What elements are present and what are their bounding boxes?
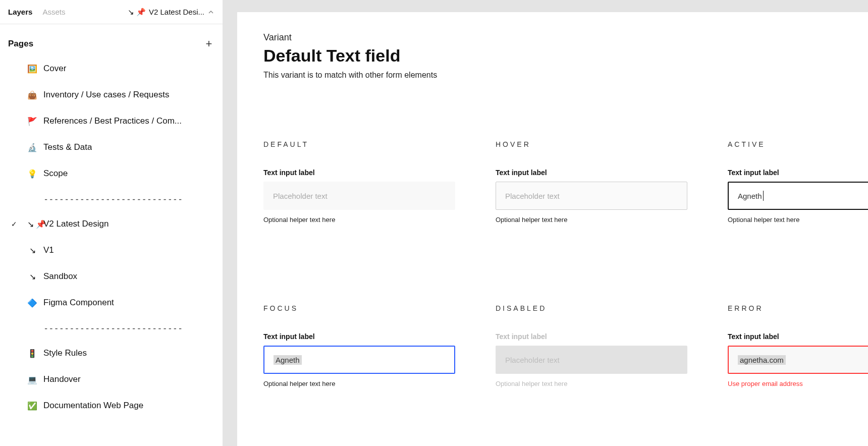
page-item[interactable]: ↘ V1 [4, 237, 219, 263]
text-field-hover[interactable]: Placeholder text [496, 182, 687, 210]
arrow-down-right-icon: ↘ 📌 [128, 8, 146, 17]
add-page-button[interactable]: + [203, 38, 214, 49]
page-label: V1 [43, 245, 54, 255]
text-field-default[interactable]: Placeholder text [263, 182, 455, 210]
page-icon: 🔷 [27, 298, 37, 308]
page-item[interactable]: 🔬 Tests & Data [4, 134, 219, 160]
page-label: V2 Latest Design [43, 219, 108, 229]
page-label: Scope [43, 169, 68, 179]
placeholder: Placeholder text [505, 356, 560, 364]
text-field-disabled: Placeholder text [496, 346, 687, 374]
field-label: Text input label [496, 169, 702, 177]
page-item[interactable]: 🚦 Style Rules [4, 340, 219, 366]
divider-label: --------------------------- [43, 194, 183, 204]
canvas-area[interactable]: Variant Default Text field This variant … [223, 0, 868, 446]
check-icon: ✓ [11, 220, 17, 228]
field-label: Text input label [728, 169, 868, 177]
state-name: FOCUS [263, 304, 470, 312]
state-default: DEFAULT Text input label Placeholder tex… [263, 140, 470, 224]
helper-text: Optional helper text here [263, 380, 470, 387]
input-value: Agneth [738, 192, 762, 200]
input-value-selected: agnetha.com [738, 355, 786, 365]
artboard: Variant Default Text field This variant … [237, 12, 868, 446]
page-item[interactable]: 🖼️ Cover [4, 55, 219, 82]
state-focus: FOCUS Text input label Agneth Optional h… [263, 304, 470, 387]
page-label: Cover [43, 64, 66, 74]
variant-description: This variant is to match with other form… [263, 71, 842, 80]
page-item[interactable]: ↘ Sandbox [4, 263, 219, 290]
field-label: Text input label [263, 169, 470, 177]
field-label: Text input label [728, 332, 868, 341]
state-name: DISABLED [496, 304, 702, 312]
variant-header: Variant Default Text field This variant … [263, 32, 842, 80]
page-icon: ↘ 📌 [27, 219, 37, 229]
page-label: Documentation Web Page [43, 401, 143, 411]
page-label: Inventory / Use cases / Requests [43, 90, 169, 100]
placeholder: Placeholder text [505, 192, 560, 200]
state-hover: HOVER Text input label Placeholder text … [496, 140, 702, 224]
text-field-active[interactable]: Agneth [728, 182, 868, 210]
state-name: ACTIVE [728, 140, 868, 148]
page-label: Style Rules [43, 348, 87, 358]
page-item[interactable]: 💡 Scope [4, 160, 219, 187]
page-icon: ↘ [27, 272, 37, 282]
tab-layers[interactable]: Layers [8, 8, 32, 16]
current-page-label: V2 Latest Desi... [149, 8, 204, 16]
page-item[interactable]: 🚩 References / Best Practices / Com... [4, 108, 219, 134]
page-icon: 🚩 [27, 117, 37, 126]
page-label: References / Best Practices / Com... [43, 116, 182, 126]
state-active: ACTIVE Text input label Agneth Optional … [728, 140, 868, 224]
input-value-selected: Agneth [274, 355, 302, 365]
page-divider: --------------------------- [4, 316, 219, 340]
state-disabled: DISABLED Text input label Placeholder te… [496, 304, 702, 387]
helper-text: Optional helper text here [263, 216, 470, 224]
page-icon: 💻 [27, 375, 37, 384]
placeholder: Placeholder text [273, 192, 328, 200]
state-name: ERROR [728, 304, 868, 312]
page-label: Sandbox [43, 271, 77, 282]
helper-text: Optional helper text here [728, 216, 868, 224]
page-item[interactable]: 🔷 Figma Component [4, 290, 219, 316]
page-divider: --------------------------- [4, 187, 219, 211]
field-label: Text input label [496, 332, 702, 341]
page-item[interactable]: ✅ Documentation Web Page [4, 393, 219, 419]
page-label: Tests & Data [43, 142, 92, 152]
page-list: 🖼️ Cover 👜 Inventory / Use cases / Reque… [0, 55, 223, 446]
page-icon: 💡 [27, 169, 37, 179]
state-name: HOVER [496, 140, 702, 148]
page-icon: 🖼️ [27, 64, 37, 74]
page-icon: 🚦 [27, 349, 37, 358]
page-label: Figma Component [43, 298, 114, 308]
page-icon: ↘ [27, 246, 37, 255]
tab-assets[interactable]: Assets [42, 8, 65, 16]
sidebar-header: Layers Assets ↘ 📌 V2 Latest Desi... [0, 0, 223, 24]
state-name: DEFAULT [263, 140, 470, 148]
pages-header: Pages + [0, 24, 223, 55]
helper-text-error: Use proper email address [728, 380, 868, 387]
helper-text: Optional helper text here [496, 216, 702, 224]
text-field-error[interactable]: agnetha.com [728, 346, 868, 374]
field-label: Text input label [263, 332, 470, 341]
variant-title: Default Text field [263, 46, 842, 66]
variant-overline: Variant [263, 32, 842, 43]
helper-text: Optional helper text here [496, 380, 702, 387]
page-icon: ✅ [27, 401, 37, 411]
current-page-dropdown[interactable]: ↘ 📌 V2 Latest Desi... [128, 8, 214, 17]
text-field-focus[interactable]: Agneth [263, 346, 455, 374]
page-item-current[interactable]: ✓ ↘ 📌 V2 Latest Design [4, 211, 219, 237]
page-icon: 🔬 [27, 143, 37, 152]
state-error: ERROR Text input label agnetha.com Use p… [728, 304, 868, 387]
pages-title: Pages [8, 39, 33, 49]
page-icon: 👜 [27, 90, 37, 100]
states-grid: DEFAULT Text input label Placeholder tex… [263, 140, 842, 387]
text-caret-icon [763, 191, 764, 201]
divider-label: --------------------------- [43, 323, 183, 333]
page-item[interactable]: 👜 Inventory / Use cases / Requests [4, 82, 219, 108]
page-label: Handover [43, 374, 81, 384]
chevron-up-icon [207, 9, 214, 16]
panel-tabs: Layers Assets [8, 8, 65, 16]
page-item[interactable]: 💻 Handover [4, 366, 219, 393]
layers-panel: Layers Assets ↘ 📌 V2 Latest Desi... Page… [0, 0, 223, 446]
